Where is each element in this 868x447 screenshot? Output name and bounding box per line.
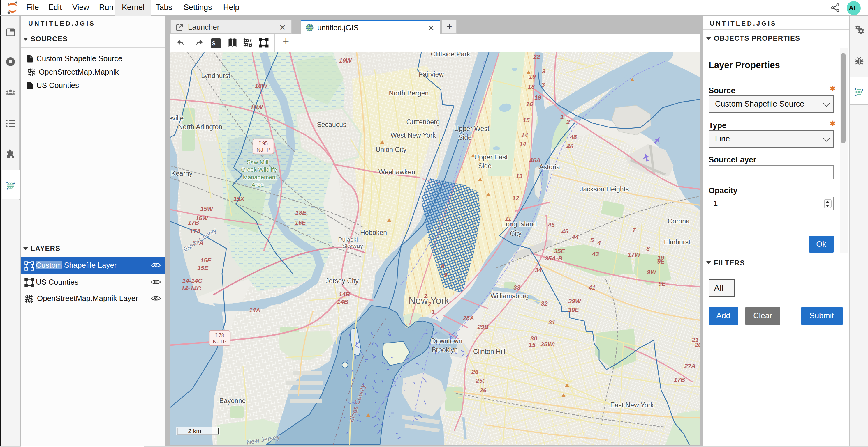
svg-text:Pulaski: Pulaski (338, 236, 358, 242)
svg-text:Downtown: Downtown (431, 337, 462, 345)
svg-text:Saw Mill: Saw Mill (247, 159, 268, 165)
svg-text:2 km: 2 km (188, 427, 201, 434)
svg-text:Creek Wildlife: Creek Wildlife (241, 166, 277, 173)
svg-text:16: 16 (526, 100, 533, 107)
svg-text:Jersey City: Jersey City (325, 277, 359, 284)
svg-text:25;: 25; (475, 377, 484, 384)
svg-text:East New York: East New York (610, 401, 654, 409)
svg-text:7: 7 (632, 227, 636, 233)
svg-text:15: 15 (528, 341, 535, 348)
svg-text:Clinton Hill: Clinton Hill (473, 347, 505, 355)
svg-text:39E: 39E (567, 306, 579, 313)
svg-text:Guttenberg: Guttenberg (406, 118, 439, 126)
svg-text:Elmhurst: Elmhurst (664, 238, 690, 246)
svg-text:eville: eville (170, 114, 183, 122)
svg-text:43: 43 (591, 250, 599, 257)
svg-text:I 95: I 95 (259, 140, 268, 146)
svg-text:33: 33 (513, 284, 520, 290)
svg-text:West New York: West New York (390, 131, 436, 139)
svg-text:48: 48 (569, 133, 577, 140)
svg-text:15E: 15E (200, 257, 211, 263)
svg-text:Weehawken: Weehawken (378, 168, 415, 175)
svg-text:North Bergen: North Bergen (389, 89, 429, 97)
svg-text:35A-B: 35A-B (545, 255, 562, 261)
svg-text:35W;: 35W; (540, 341, 555, 347)
svg-text:2: 2 (566, 118, 570, 125)
svg-text:1: 1 (560, 113, 563, 119)
svg-text:Area: Area (251, 181, 264, 188)
svg-text:19: 19 (657, 254, 664, 261)
svg-text:41: 41 (588, 284, 595, 290)
svg-text:Brooklyn: Brooklyn (431, 346, 457, 353)
svg-text:9: 9 (443, 271, 447, 278)
svg-text:14-14C: 14-14C (181, 285, 202, 291)
svg-text:19W: 19W (339, 57, 352, 63)
svg-text:9W: 9W (647, 268, 656, 275)
svg-text:29B: 29B (477, 323, 489, 330)
svg-text:Cliffside Park: Cliffside Park (430, 52, 470, 58)
svg-text:26: 26 (471, 368, 478, 375)
svg-text:I 78: I 78 (215, 332, 224, 338)
svg-text:Side: Side (478, 162, 491, 169)
svg-text:8: 8 (440, 263, 444, 269)
svg-text:Astoria: Astoria (539, 163, 560, 171)
svg-text:1: 1 (431, 308, 435, 315)
svg-text:28A: 28A (462, 314, 474, 321)
svg-text:NJTP: NJTP (212, 338, 226, 344)
svg-text:17B: 17B (188, 219, 199, 226)
svg-text:3: 3 (542, 68, 545, 74)
svg-text:Fairview: Fairview (418, 70, 443, 78)
svg-text:8: 8 (646, 245, 649, 252)
svg-text:New York: New York (408, 295, 449, 306)
svg-text:30: 30 (530, 335, 537, 341)
svg-text:16W: 16W (250, 104, 263, 110)
svg-text:16W: 16W (254, 82, 268, 89)
svg-text:16E: 16E (294, 219, 306, 226)
svg-text:Side: Side (458, 133, 471, 141)
svg-text:Corona: Corona (667, 217, 689, 225)
svg-text:14: 14 (521, 132, 528, 138)
svg-text:NJTP: NJTP (256, 146, 270, 152)
svg-text:45: 45 (561, 228, 568, 234)
svg-text:44: 44 (571, 233, 578, 240)
svg-text:35E: 35E (554, 247, 565, 254)
svg-text:Upper West: Upper West (454, 125, 489, 132)
svg-text:Skyway: Skyway (342, 242, 363, 249)
svg-text:Kearny: Kearny (171, 169, 192, 177)
svg-text:Upper East: Upper East (474, 153, 507, 161)
svg-text:4: 4 (597, 239, 600, 246)
svg-text:Lyndhurst: Lyndhurst (201, 72, 230, 79)
svg-text:34: 34 (535, 266, 542, 273)
svg-text:Long Island: Long Island (502, 220, 537, 228)
svg-text:Management: Management (243, 174, 277, 180)
svg-text:20: 20 (694, 341, 700, 348)
svg-text:Union City: Union City (375, 145, 406, 153)
svg-text:18: 18 (527, 83, 534, 90)
svg-text:26: 26 (479, 386, 486, 393)
svg-text:5: 5 (590, 236, 593, 243)
svg-text:46A: 46A (529, 157, 540, 163)
svg-text:9E: 9E (658, 280, 666, 287)
svg-text:15: 15 (522, 116, 529, 123)
svg-text:14-14C: 14-14C (182, 277, 203, 284)
svg-text:17A: 17A (189, 228, 201, 234)
svg-text:15X: 15X (233, 195, 244, 202)
svg-text:Jackson Heights: Jackson Heights (580, 185, 629, 193)
svg-text:Bayonne: Bayonne (219, 397, 246, 404)
svg-text:18E;: 18E; (295, 209, 308, 216)
svg-text:32: 32 (540, 300, 548, 306)
svg-text:North Arlington: North Arlington (178, 123, 222, 130)
svg-text:City: City (509, 229, 521, 237)
svg-text:19: 19 (529, 73, 535, 79)
svg-text:15E: 15E (197, 264, 208, 271)
svg-text:Hoboken: Hoboken (360, 229, 386, 236)
svg-text:31: 31 (548, 319, 555, 325)
svg-text:46: 46 (566, 143, 573, 149)
svg-text:19: 19 (534, 94, 541, 100)
svg-text:Secaucus: Secaucus (316, 121, 346, 128)
svg-text:14B: 14B (337, 298, 348, 305)
svg-text:14A: 14A (249, 306, 260, 313)
svg-text:17B: 17B (674, 376, 685, 383)
svg-text:39W: 39W (568, 298, 581, 304)
svg-text:14B: 14B (339, 290, 350, 297)
